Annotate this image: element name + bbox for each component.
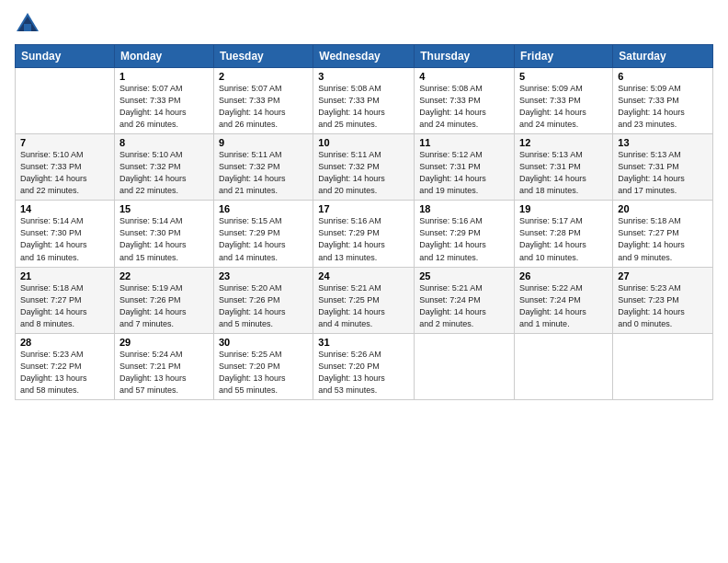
weekday-header: Wednesday xyxy=(313,45,415,68)
calendar-cell: 26Sunrise: 5:22 AMSunset: 7:24 PMDayligh… xyxy=(515,267,613,333)
day-number: 19 xyxy=(519,203,608,214)
page: SundayMondayTuesdayWednesdayThursdayFrid… xyxy=(0,0,728,563)
calendar-cell: 29Sunrise: 5:24 AMSunset: 7:21 PMDayligh… xyxy=(114,333,213,399)
calendar-cell xyxy=(16,68,115,134)
calendar-cell xyxy=(515,333,613,399)
day-info: Sunrise: 5:12 AMSunset: 7:31 PMDaylight:… xyxy=(419,149,509,197)
calendar-cell: 14Sunrise: 5:14 AMSunset: 7:30 PMDayligh… xyxy=(16,201,115,267)
weekday-header: Tuesday xyxy=(213,45,313,68)
calendar-cell: 8Sunrise: 5:10 AMSunset: 7:32 PMDaylight… xyxy=(114,134,213,201)
calendar-cell: 2Sunrise: 5:07 AMSunset: 7:33 PMDaylight… xyxy=(213,68,313,134)
calendar-cell: 24Sunrise: 5:21 AMSunset: 7:25 PMDayligh… xyxy=(313,267,415,333)
logo-icon xyxy=(15,11,40,37)
day-number: 17 xyxy=(318,203,409,214)
day-info: Sunrise: 5:25 AMSunset: 7:20 PMDaylight:… xyxy=(219,349,308,396)
day-number: 28 xyxy=(20,337,109,348)
calendar-cell: 13Sunrise: 5:13 AMSunset: 7:31 PMDayligh… xyxy=(613,134,713,201)
day-number: 29 xyxy=(119,337,209,348)
day-number: 11 xyxy=(419,137,509,148)
day-info: Sunrise: 5:23 AMSunset: 7:23 PMDaylight:… xyxy=(618,282,708,330)
day-number: 1 xyxy=(119,71,209,82)
calendar-cell: 16Sunrise: 5:15 AMSunset: 7:29 PMDayligh… xyxy=(213,201,313,267)
day-number: 20 xyxy=(618,203,708,214)
day-number: 22 xyxy=(119,270,209,282)
day-number: 13 xyxy=(618,137,708,148)
calendar-cell: 5Sunrise: 5:09 AMSunset: 7:33 PMDaylight… xyxy=(515,68,613,134)
day-number: 27 xyxy=(618,270,708,282)
day-number: 5 xyxy=(519,71,608,82)
calendar-week-row: 1Sunrise: 5:07 AMSunset: 7:33 PMDaylight… xyxy=(16,68,713,134)
day-info: Sunrise: 5:10 AMSunset: 7:33 PMDaylight:… xyxy=(20,149,109,197)
calendar-cell: 10Sunrise: 5:11 AMSunset: 7:32 PMDayligh… xyxy=(313,134,415,201)
calendar-cell: 31Sunrise: 5:26 AMSunset: 7:20 PMDayligh… xyxy=(313,333,415,399)
calendar-cell: 28Sunrise: 5:23 AMSunset: 7:22 PMDayligh… xyxy=(16,333,115,399)
weekday-header: Sunday xyxy=(16,45,115,68)
calendar-cell xyxy=(415,333,515,399)
day-number: 8 xyxy=(119,137,209,148)
day-info: Sunrise: 5:09 AMSunset: 7:33 PMDaylight:… xyxy=(618,83,708,131)
day-info: Sunrise: 5:14 AMSunset: 7:30 PMDaylight:… xyxy=(119,215,209,263)
calendar-cell: 30Sunrise: 5:25 AMSunset: 7:20 PMDayligh… xyxy=(213,333,313,399)
day-info: Sunrise: 5:20 AMSunset: 7:26 PMDaylight:… xyxy=(219,282,308,330)
calendar-cell: 9Sunrise: 5:11 AMSunset: 7:32 PMDaylight… xyxy=(213,134,313,201)
day-number: 31 xyxy=(318,337,409,348)
day-info: Sunrise: 5:24 AMSunset: 7:21 PMDaylight:… xyxy=(119,349,209,396)
calendar-cell: 19Sunrise: 5:17 AMSunset: 7:28 PMDayligh… xyxy=(515,201,613,267)
calendar-week-row: 28Sunrise: 5:23 AMSunset: 7:22 PMDayligh… xyxy=(16,333,713,399)
day-info: Sunrise: 5:17 AMSunset: 7:28 PMDaylight:… xyxy=(519,215,608,263)
calendar-cell: 12Sunrise: 5:13 AMSunset: 7:31 PMDayligh… xyxy=(515,134,613,201)
calendar-cell: 21Sunrise: 5:18 AMSunset: 7:27 PMDayligh… xyxy=(16,267,115,333)
header xyxy=(15,11,713,37)
calendar-cell: 20Sunrise: 5:18 AMSunset: 7:27 PMDayligh… xyxy=(613,201,713,267)
day-number: 21 xyxy=(20,270,109,282)
calendar-cell: 25Sunrise: 5:21 AMSunset: 7:24 PMDayligh… xyxy=(415,267,515,333)
day-info: Sunrise: 5:26 AMSunset: 7:20 PMDaylight:… xyxy=(318,349,409,396)
day-info: Sunrise: 5:14 AMSunset: 7:30 PMDaylight:… xyxy=(20,215,109,263)
weekday-header: Friday xyxy=(515,45,613,68)
day-number: 6 xyxy=(618,71,708,82)
day-number: 16 xyxy=(219,203,308,214)
day-info: Sunrise: 5:11 AMSunset: 7:32 PMDaylight:… xyxy=(318,149,409,197)
day-number: 25 xyxy=(419,270,509,282)
svg-rect-2 xyxy=(24,24,31,31)
calendar-cell: 18Sunrise: 5:16 AMSunset: 7:29 PMDayligh… xyxy=(415,201,515,267)
day-info: Sunrise: 5:23 AMSunset: 7:22 PMDaylight:… xyxy=(20,349,109,396)
day-info: Sunrise: 5:21 AMSunset: 7:25 PMDaylight:… xyxy=(318,282,409,330)
day-info: Sunrise: 5:16 AMSunset: 7:29 PMDaylight:… xyxy=(419,215,509,263)
day-number: 12 xyxy=(519,137,608,148)
calendar-cell xyxy=(613,333,713,399)
day-info: Sunrise: 5:08 AMSunset: 7:33 PMDaylight:… xyxy=(318,83,409,131)
day-info: Sunrise: 5:07 AMSunset: 7:33 PMDaylight:… xyxy=(219,83,308,131)
day-number: 14 xyxy=(20,203,109,214)
day-number: 18 xyxy=(419,203,509,214)
calendar-cell: 15Sunrise: 5:14 AMSunset: 7:30 PMDayligh… xyxy=(114,201,213,267)
logo xyxy=(15,11,44,37)
day-info: Sunrise: 5:18 AMSunset: 7:27 PMDaylight:… xyxy=(20,282,109,330)
day-info: Sunrise: 5:21 AMSunset: 7:24 PMDaylight:… xyxy=(419,282,509,330)
day-number: 24 xyxy=(318,270,409,282)
calendar-week-row: 7Sunrise: 5:10 AMSunset: 7:33 PMDaylight… xyxy=(16,134,713,201)
day-info: Sunrise: 5:07 AMSunset: 7:33 PMDaylight:… xyxy=(119,83,209,131)
day-number: 15 xyxy=(119,203,209,214)
day-info: Sunrise: 5:09 AMSunset: 7:33 PMDaylight:… xyxy=(519,83,608,131)
calendar-cell: 3Sunrise: 5:08 AMSunset: 7:33 PMDaylight… xyxy=(313,68,415,134)
day-number: 26 xyxy=(519,270,608,282)
day-info: Sunrise: 5:22 AMSunset: 7:24 PMDaylight:… xyxy=(519,282,608,330)
day-info: Sunrise: 5:11 AMSunset: 7:32 PMDaylight:… xyxy=(219,149,308,197)
weekday-header: Saturday xyxy=(613,45,713,68)
calendar-cell: 17Sunrise: 5:16 AMSunset: 7:29 PMDayligh… xyxy=(313,201,415,267)
day-number: 3 xyxy=(318,71,409,82)
calendar-cell: 27Sunrise: 5:23 AMSunset: 7:23 PMDayligh… xyxy=(613,267,713,333)
day-number: 9 xyxy=(219,137,308,148)
day-number: 2 xyxy=(219,71,308,82)
day-info: Sunrise: 5:16 AMSunset: 7:29 PMDaylight:… xyxy=(318,215,409,263)
calendar-cell: 4Sunrise: 5:08 AMSunset: 7:33 PMDaylight… xyxy=(415,68,515,134)
calendar-cell: 7Sunrise: 5:10 AMSunset: 7:33 PMDaylight… xyxy=(16,134,115,201)
calendar-week-row: 14Sunrise: 5:14 AMSunset: 7:30 PMDayligh… xyxy=(16,201,713,267)
weekday-header: Monday xyxy=(114,45,213,68)
day-number: 30 xyxy=(219,337,308,348)
day-info: Sunrise: 5:18 AMSunset: 7:27 PMDaylight:… xyxy=(618,215,708,263)
day-info: Sunrise: 5:10 AMSunset: 7:32 PMDaylight:… xyxy=(119,149,209,197)
calendar-header-row: SundayMondayTuesdayWednesdayThursdayFrid… xyxy=(16,45,713,68)
calendar-cell: 6Sunrise: 5:09 AMSunset: 7:33 PMDaylight… xyxy=(613,68,713,134)
